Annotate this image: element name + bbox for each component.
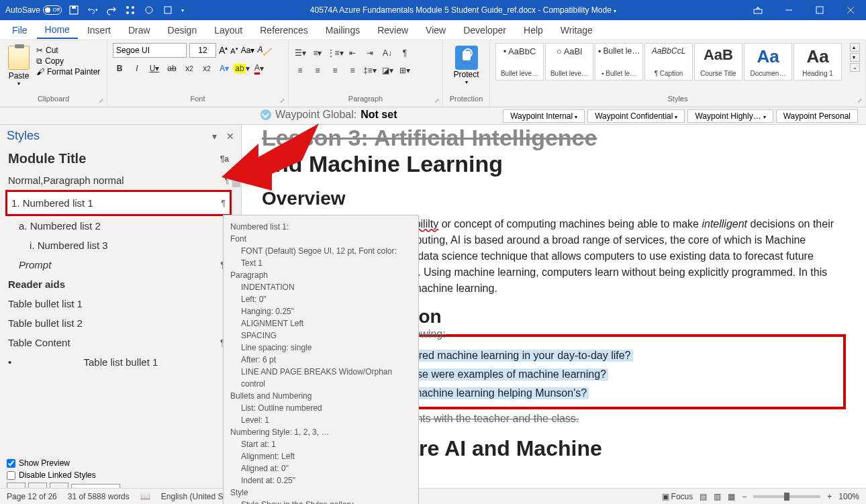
italic-button[interactable]: I [130,62,144,75]
style-row[interactable]: Reader aids¶ [5,274,232,294]
borders-icon[interactable]: ⊞▾ [399,64,411,77]
highlight-icon[interactable]: ab▾ [235,62,248,75]
copy-button[interactable]: ⧉Copy [36,56,100,66]
zoom-level[interactable]: 100% [838,492,859,501]
text-effects-icon[interactable]: A▾ [218,62,231,75]
line-spacing-icon[interactable]: ‡≡▾ [364,64,376,77]
ribbon-options-icon[interactable] [742,0,773,20]
word-count[interactable]: 31 of 5888 words [68,492,130,501]
align-left-icon[interactable]: ≡ [294,64,306,77]
qat-icon-6[interactable] [162,5,173,15]
tab-help[interactable]: Help [516,22,551,38]
style-row[interactable]: Table bullet list 1¶ [5,294,232,313]
multilevel-icon[interactable]: ⋮≡▾ [329,47,341,59]
qat-icon-5[interactable] [144,5,154,15]
waypoint-button[interactable]: Waypoint Highly…▾ [687,109,773,123]
bold-button[interactable]: B [113,62,126,75]
disable-linked-checkbox[interactable]: Disable Linked Styles [7,470,234,480]
waypoint-button[interactable]: Waypoint Internal▾ [503,109,585,123]
underline-button[interactable]: U▾ [148,62,161,75]
tab-mailings[interactable]: Mailings [318,22,368,38]
superscript-button[interactable]: x2 [200,62,213,75]
zoom-in-icon[interactable]: + [827,492,832,501]
grow-font-icon[interactable]: A▴ [219,45,228,56]
font-launcher[interactable]: ⤢ [280,97,285,104]
read-mode-icon[interactable]: ▤ [700,492,707,501]
tab-insert[interactable]: Insert [79,22,119,38]
gallery-more-icon[interactable]: ⌄ [850,63,860,72]
tab-writage[interactable]: Writage [552,22,601,38]
zoom-slider[interactable] [753,495,820,498]
waypoint-button[interactable]: Waypoint Confidential▾ [587,109,685,123]
style-row[interactable]: 1. Numbered list 1¶ [5,190,232,216]
strike-button[interactable]: ab [165,62,179,75]
sort-icon[interactable]: A↓ [381,47,393,59]
numbering-icon[interactable]: ≡▾ [311,47,324,59]
tab-design[interactable]: Design [160,22,205,38]
style-gallery-item[interactable]: AaDocumen… [744,43,792,81]
style-row[interactable]: Normal,Paragraph normal¶ [5,170,232,190]
style-gallery-item[interactable]: AaHeading 1 [793,43,842,81]
waypoint-button[interactable]: Waypoint Personal [776,109,858,123]
tab-view[interactable]: View [418,22,454,38]
style-gallery-item[interactable]: ▪ Bullet le…▪ Bullet le… [595,43,643,81]
tab-draw[interactable]: Draw [120,22,158,38]
align-center-icon[interactable]: ≡ [311,64,324,77]
font-size-select[interactable] [189,43,216,58]
style-gallery-item[interactable]: AaBbCcL¶ Caption [644,43,693,81]
undo-icon[interactable]: ▾ [87,5,98,15]
tab-review[interactable]: Review [369,22,416,38]
close-icon[interactable] [835,0,866,20]
style-gallery-item[interactable]: • AaBbCBullet leve… [495,43,544,81]
align-right-icon[interactable]: ≡ [329,64,341,77]
paste-button[interactable]: Paste ▾ [5,43,32,87]
justify-icon[interactable]: ≡ [346,64,358,77]
toggle-pill[interactable]: Off [43,5,62,15]
inc-indent-icon[interactable]: ⇥ [364,47,376,59]
print-layout-icon[interactable]: ▥ [714,492,721,501]
redo-icon[interactable] [106,5,117,15]
style-row[interactable]: Table bullet list 2¶ [5,313,232,333]
show-marks-icon[interactable]: ¶ [399,47,411,59]
spellcheck-icon[interactable]: 📖 [140,492,150,501]
subscript-button[interactable]: x2 [183,62,196,75]
change-case-icon[interactable]: Aa▾ [241,46,255,55]
styles-dropdown-icon[interactable]: ▾ [212,131,217,142]
tab-file[interactable]: File [4,22,36,38]
autosave-toggle[interactable]: AutoSave Off [5,5,62,15]
clear-format-icon[interactable]: A🧹 [257,45,271,56]
styles-launcher[interactable]: ⤢ [857,97,863,104]
gallery-down-icon[interactable]: ▾ [850,53,860,62]
page-indicator[interactable]: Page 12 of 26 [7,492,57,501]
protect-button[interactable]: Protect ▾ [450,43,483,85]
web-layout-icon[interactable]: ▦ [728,492,735,501]
shrink-font-icon[interactable]: A▾ [230,46,238,55]
qat-icon-4[interactable] [125,5,136,15]
show-preview-checkbox[interactable]: Show Preview [7,458,234,468]
styles-gallery[interactable]: • AaBbCBullet leve…○ AaBlBullet leve…▪ B… [495,43,846,81]
tab-layout[interactable]: Layout [206,22,250,38]
minimize-icon[interactable] [773,0,804,20]
font-name-select[interactable] [113,43,187,58]
style-row[interactable]: a. Numbered list 2¶ [5,216,232,236]
focus-button[interactable]: ▣ Focus [662,492,693,501]
bullets-icon[interactable]: ☰▾ [294,47,306,59]
style-gallery-item[interactable]: AaBCourse Title [694,43,742,81]
save-icon[interactable] [68,5,79,15]
format-painter-button[interactable]: 🖌Format Painter [36,67,100,77]
zoom-out-icon[interactable]: − [742,492,747,501]
clipboard-launcher[interactable]: ⤢ [99,97,104,104]
style-row[interactable]: Table list bullet 1¶ [5,352,232,372]
style-row[interactable]: Prompt¶a [5,255,232,274]
shading-icon[interactable]: ◪▾ [381,64,393,77]
tab-home[interactable]: Home [37,21,78,39]
styles-close-icon[interactable]: ✕ [226,131,234,142]
cut-button[interactable]: ✂Cut [36,46,100,55]
style-gallery-item[interactable]: ○ AaBlBullet leve… [545,43,593,81]
style-row[interactable]: Table Content¶a [5,333,232,352]
font-color-icon[interactable]: A▾ [252,62,266,75]
maximize-icon[interactable] [804,0,835,20]
tab-developer[interactable]: Developer [455,22,514,38]
gallery-up-icon[interactable]: ▴ [850,43,860,52]
dec-indent-icon[interactable]: ⇤ [346,47,358,59]
